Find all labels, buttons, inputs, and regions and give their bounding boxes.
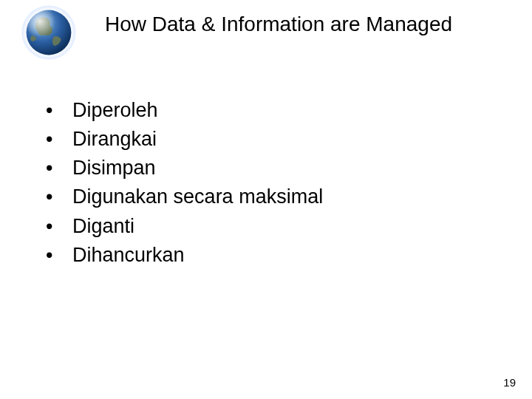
bullet-text: Dihancurkan <box>72 241 185 270</box>
bullet-text: Disimpan <box>72 154 156 183</box>
globe-icon <box>21 4 77 61</box>
bullet-dot-icon: • <box>46 212 72 241</box>
list-item: • Dirangkai <box>46 125 323 154</box>
page-number: 19 <box>503 376 516 389</box>
bullet-text: Dirangkai <box>72 125 157 154</box>
bullet-text: Digunakan secara maksimal <box>72 183 323 211</box>
bullet-dot-icon: • <box>46 96 72 125</box>
slide: How Data & Information are Managed • Dip… <box>0 0 532 399</box>
svg-point-2 <box>27 10 72 55</box>
list-item: • Disimpan <box>46 154 323 183</box>
bullet-dot-icon: • <box>46 183 72 211</box>
list-item: • Diganti <box>46 212 323 241</box>
list-item: • Diperoleh <box>46 96 323 125</box>
slide-title: How Data & Information are Managed <box>105 12 452 37</box>
bullet-dot-icon: • <box>46 241 72 270</box>
bullet-dot-icon: • <box>46 154 72 183</box>
list-item: • Digunakan secara maksimal <box>46 183 323 211</box>
bullet-dot-icon: • <box>46 125 72 154</box>
bullet-text: Diperoleh <box>72 96 158 125</box>
bullet-text: Diganti <box>72 212 134 241</box>
list-item: • Dihancurkan <box>46 241 323 270</box>
bullet-list: • Diperoleh • Dirangkai • Disimpan • Dig… <box>46 96 323 270</box>
